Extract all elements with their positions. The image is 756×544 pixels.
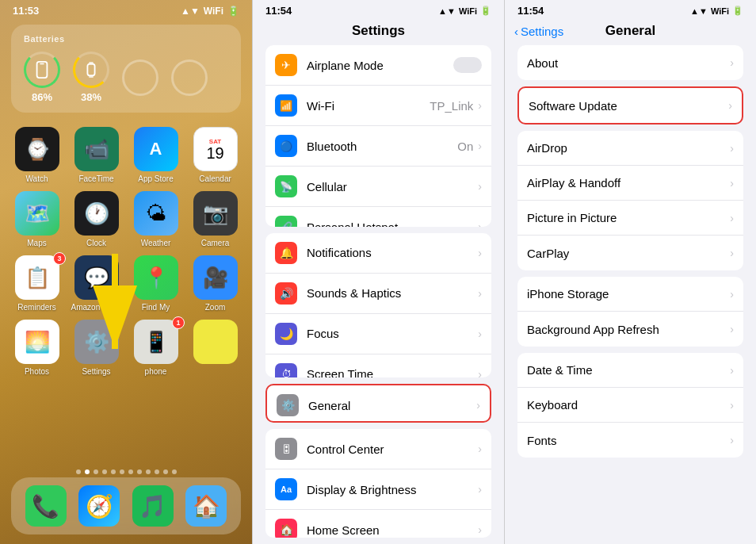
settings-row-sounds[interactable]: 🔊 Sounds & Haptics ›	[265, 274, 491, 314]
battery-item-watch: 38%	[73, 52, 109, 103]
battery-item-phone: 86%	[24, 52, 60, 103]
general-section-datetime: Date & Time › Keyboard › Fonts ›	[517, 353, 743, 458]
settings-time: 11:54	[265, 5, 292, 17]
app-maps[interactable]: 🗺️ Maps	[11, 191, 63, 247]
settings-row-wifi[interactable]: 📶 Wi-Fi TP_Link ›	[265, 86, 491, 126]
reminders-badge: 3	[53, 252, 66, 265]
settings-row-controlcenter[interactable]: 🎛 Control Center ›	[265, 429, 491, 469]
battery-pct-watch: 38%	[81, 91, 101, 103]
general-row-airplay[interactable]: AirPlay & Handoff ›	[517, 166, 743, 201]
general-section-about: About ›	[517, 45, 743, 80]
general-back-button[interactable]: ‹ Settings	[514, 25, 563, 38]
settings-title: Settings	[253, 20, 504, 45]
battery-pct-phone: 86%	[32, 91, 52, 103]
app-grid-row1: ⌚ Watch 📹 FaceTime A App Store SAT 19 Ca…	[0, 119, 252, 191]
battery-item-empty1	[122, 59, 158, 96]
general-screen: 11:54 ▲▼ WiFi 🔋 ‹ Settings General About…	[504, 0, 756, 544]
app-appstore-label: App Store	[138, 174, 173, 183]
general-row-about[interactable]: About ›	[517, 45, 743, 80]
battery-widget: Batteries 86% 38%	[11, 25, 241, 113]
app-appstore[interactable]: A App Store	[130, 127, 181, 183]
settings-general-highlighted[interactable]: ⚙️ General ›	[265, 384, 491, 423]
battery-widget-title: Batteries	[24, 34, 228, 44]
svg-rect-1	[40, 63, 44, 64]
app-camera[interactable]: 📷 Camera	[189, 191, 241, 247]
app-weather[interactable]: 🌤 Weather	[130, 191, 181, 247]
watch-icon	[82, 61, 100, 79]
settings-row-hotspot[interactable]: 🔗 Personal Hotspot ›	[265, 207, 491, 227]
home-time: 11:53	[13, 5, 39, 17]
app-facetime[interactable]: 📹 FaceTime	[71, 127, 122, 183]
dock: 📞 🧭 🎵 🏠	[11, 477, 241, 534]
general-time: 11:54	[517, 5, 544, 17]
general-row-keyboard[interactable]: Keyboard ›	[517, 388, 743, 423]
general-row-bgrefresh[interactable]: Background App Refresh ›	[517, 312, 743, 347]
phone-icon	[33, 61, 51, 79]
general-status-bar: 11:54 ▲▼ WiFi 🔋	[505, 0, 756, 20]
general-row-datetime[interactable]: Date & Time ›	[517, 353, 743, 388]
settings-screen: 11:54 ▲▼ WiFi 🔋 Settings ✈ Airplane Mode…	[252, 0, 504, 544]
app-photos-label: Photos	[25, 367, 49, 376]
settings-row-display[interactable]: Aa Display & Brightness ›	[265, 469, 491, 510]
svg-rect-3	[89, 62, 94, 65]
arrow-overlay	[91, 246, 139, 373]
app-watch[interactable]: ⌚ Watch	[11, 127, 63, 183]
general-row-softwareupdate[interactable]: Software Update ›	[519, 88, 742, 123]
phone-badge: 1	[172, 316, 185, 329]
app-zoom-label: Zoom	[205, 303, 226, 312]
dock-phone[interactable]: 📞	[25, 485, 67, 527]
app-camera-label: Camera	[201, 239, 230, 247]
battery-item-empty2	[171, 59, 208, 96]
general-section-airdrop: AirDrop › AirPlay & Handoff › Picture in…	[517, 131, 743, 270]
app-facetime-label: FaceTime	[78, 174, 113, 183]
general-row-storage[interactable]: iPhone Storage ›	[517, 277, 743, 312]
general-row-pip[interactable]: Picture in Picture ›	[517, 201, 743, 236]
battery-circle-empty1	[122, 59, 158, 96]
app-photos[interactable]: 🌅 Photos	[11, 320, 63, 376]
battery-circle-empty2	[171, 59, 208, 96]
page-dots	[0, 469, 252, 474]
dock-home[interactable]: 🏠	[185, 485, 227, 527]
app-calendar-label: Calendar	[199, 174, 231, 183]
settings-row-airplane[interactable]: ✈ Airplane Mode	[265, 45, 491, 86]
settings-row-notifications[interactable]: 🔔 Notifications ›	[265, 233, 491, 274]
settings-bottom-section: 🎛 Control Center › Aa Display & Brightne…	[265, 429, 491, 538]
general-nav: ‹ Settings General	[505, 20, 756, 45]
app-maps-label: Maps	[27, 239, 46, 247]
battery-items: 86% 38%	[24, 52, 228, 103]
app-watch-label: Watch	[26, 174, 48, 183]
settings-alerts-section: 🔔 Notifications › 🔊 Sounds & Haptics › 🌙…	[265, 233, 491, 378]
settings-row-bluetooth[interactable]: 🔵 Bluetooth On ›	[265, 126, 491, 167]
settings-network-section: ✈ Airplane Mode 📶 Wi-Fi TP_Link › 🔵 Blue…	[265, 45, 491, 227]
app-phone-label: phone	[145, 367, 167, 376]
app-weather-label: Weather	[141, 239, 171, 247]
settings-row-focus[interactable]: 🌙 Focus ›	[265, 314, 491, 354]
general-nav-title: General	[605, 23, 655, 39]
settings-row-cellular[interactable]: 📡 Cellular ›	[265, 167, 491, 207]
battery-circle-watch	[73, 52, 109, 88]
general-section-storage: iPhone Storage › Background App Refresh …	[517, 277, 743, 347]
app-zoom[interactable]: 🎥 Zoom	[189, 255, 241, 312]
settings-status-bar: 11:54 ▲▼ WiFi 🔋	[253, 0, 504, 20]
dock-safari[interactable]: 🧭	[78, 485, 120, 527]
app-empty	[189, 320, 241, 376]
svg-rect-2	[87, 64, 94, 76]
general-row-carplay[interactable]: CarPlay ›	[517, 236, 743, 270]
general-row-airdrop[interactable]: AirDrop ›	[517, 131, 743, 166]
home-screen: 11:53 ▲▼ WiFi 🔋 Batteries 86% 38%	[0, 0, 252, 544]
app-findmy-label: Find My	[142, 303, 170, 312]
app-calendar[interactable]: SAT 19 Calendar	[189, 127, 241, 183]
app-reminders-label: Reminders	[17, 303, 55, 312]
home-status-bar: 11:53 ▲▼ WiFi 🔋	[0, 0, 252, 18]
dock-spotify[interactable]: 🎵	[132, 485, 174, 527]
home-status-icons: ▲▼ WiFi 🔋	[181, 6, 239, 17]
settings-row-homescreen[interactable]: 🏠 Home Screen ›	[265, 510, 491, 538]
settings-row-general[interactable]: ⚙️ General ›	[267, 385, 490, 423]
general-row-fonts[interactable]: Fonts ›	[517, 423, 743, 458]
app-reminders[interactable]: 📋 3 Reminders	[11, 255, 63, 312]
general-back-label: Settings	[521, 25, 563, 38]
svg-rect-4	[89, 75, 94, 78]
app-clock[interactable]: 🕐 Clock	[71, 191, 122, 247]
settings-row-screentime[interactable]: ⏱ Screen Time ›	[265, 354, 491, 378]
general-software-update-highlighted[interactable]: Software Update ›	[517, 86, 743, 125]
